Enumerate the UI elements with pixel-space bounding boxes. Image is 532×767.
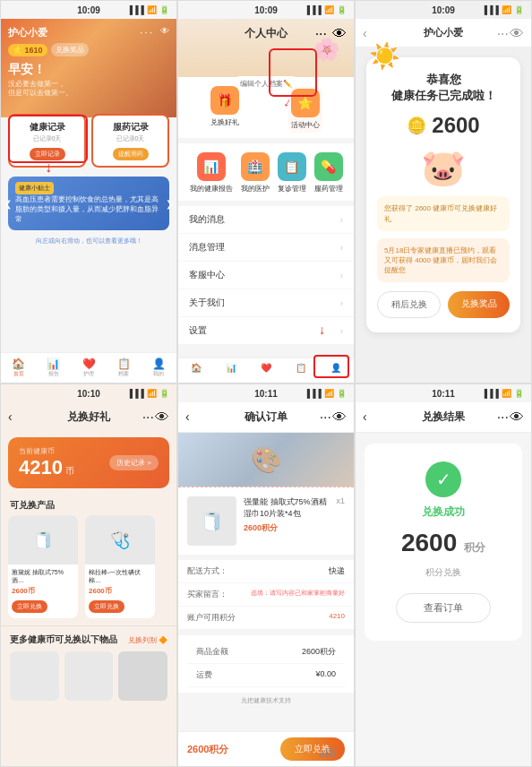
health-record-sub: 已记录0天 [15, 134, 79, 143]
product-img-1: 🧻 [8, 515, 78, 564]
account-row: 账户可用积分 4210 [178, 607, 354, 630]
menu-revisit[interactable]: 📋 复诊管理 [278, 152, 306, 194]
balance-label: 当前健康币 [19, 446, 74, 456]
check-circle: ✓ [425, 461, 461, 497]
nav-me-p2[interactable]: 👤 [319, 358, 354, 383]
list-message-manage[interactable]: 消息管理 › [178, 234, 354, 262]
customer-service-label: 客服中心 [189, 269, 225, 281]
back-btn-p4[interactable]: ‹ [8, 409, 13, 424]
status-icons-p3: ▐▐▐ 📶 🔋 [482, 5, 524, 14]
view-order-btn[interactable]: 查看订单 [396, 593, 491, 623]
back-btn-p5[interactable]: ‹ [185, 409, 190, 424]
nav-profile-p2[interactable]: 📋 [284, 358, 319, 383]
tip-next-arrow[interactable]: ❯ [166, 198, 173, 208]
order-product-info: 强量能 抽取式75%酒精湿巾10片装*4包 2600积分 [244, 496, 329, 546]
time-p5: 10:11 [254, 389, 278, 399]
battery-icon: 🔋 [159, 5, 169, 14]
buyer-notice-row[interactable]: 买家留言： 选填：请写内容已和家掌柜商量好 [178, 583, 354, 607]
eye-p5[interactable]: 👁 [332, 409, 347, 426]
nav-home-p2[interactable]: 🏠 [178, 358, 213, 383]
congrats-text: 恭喜您 健康任务已完成啦！ [377, 72, 510, 104]
activity-center-label: 活动中心 [291, 120, 320, 130]
list-about[interactable]: 关于我们 › [178, 289, 354, 317]
shipping-value: ¥0.00 [315, 669, 336, 681]
medicine-record-btn[interactable]: 提醒用药 [113, 148, 149, 160]
buyer-notice-label: 买家留言： [187, 589, 227, 600]
tip-link: 向左或向右滑动，也可以查看更多哦！ [1, 234, 176, 248]
nav-me[interactable]: 👤 我的 [142, 353, 176, 383]
tip-prev-arrow[interactable]: ❮ [4, 198, 12, 208]
header-dots[interactable]: ··· [140, 26, 154, 39]
success-card: ✓ 兑换成功 2600 积分 积分兑换 查看订单 [365, 444, 522, 641]
balance-left: 当前健康币 4210 币 [19, 446, 74, 479]
dots-p6[interactable]: ··· [497, 409, 509, 426]
eye-p3[interactable]: 👁 [510, 26, 524, 42]
dots-p5[interactable]: ··· [320, 409, 331, 426]
reward-completion-card: 恭喜您 健康任务已完成啦！ 🪙 2600 🐷 您获得了 2600 健康币可兑换健… [366, 57, 520, 332]
nav-report[interactable]: 📊 报告 [36, 353, 71, 383]
my-doctor-label: 我的医护 [241, 184, 270, 194]
nav-care[interactable]: ❤️ 护理 [71, 353, 106, 383]
signal-icon-p5: ▐▐▐ [305, 389, 322, 398]
bottom-nav-p2: 🏠 📊 ❤️ 📋 👤 [178, 358, 354, 383]
sun-decoration: ☀️ [369, 41, 400, 71]
menu-exchange-gifts[interactable]: 🎁 兑换好礼 [210, 86, 239, 133]
about-arrow: › [340, 298, 343, 308]
wifi-icon-p5: 📶 [324, 389, 334, 398]
settings-arrow: › [340, 326, 343, 336]
menu-my-doctor[interactable]: 🏥 我的医护 [241, 152, 270, 194]
more-title: 更多健康币可兑换以下物品 [10, 633, 117, 646]
menu-health-report[interactable]: 📊 我的健康报告 [190, 152, 233, 194]
menu-grid-bottom: 📊 我的健康报告 🏥 我的医护 📋 复诊管理 💊 服药管理 [178, 143, 354, 201]
exchange-btn-header[interactable]: 兑换奖品 [51, 43, 89, 56]
nav-profile[interactable]: 📋 档案 [107, 353, 142, 383]
coins-display: 🪙 2600 [377, 113, 510, 138]
nav-care-p2[interactable]: ❤️ [248, 358, 283, 383]
order-header: ‹ 确认订单 ··· 👁 [178, 402, 354, 433]
exchange-header: ‹ 兑换好礼 ··· 👁 [1, 402, 176, 432]
nav-report-p2[interactable]: 📊 [213, 358, 248, 383]
medicine-record-card: 服药记录 已记录0天 提醒用药 [91, 114, 169, 168]
coin-icon-p3: 🪙 [407, 116, 426, 135]
status-bar-p5: 10:11 ▐▐▐ 📶 🔋 [178, 384, 354, 402]
flower-decoration: 🌸 [313, 37, 340, 62]
eye-p6[interactable]: 👁 [510, 409, 524, 426]
exchange-now-btn[interactable]: 兑换奖品 [448, 291, 510, 318]
more-link[interactable]: 兑换列别 🔶 [128, 635, 167, 645]
nav-home[interactable]: 🏠 首页 [1, 353, 36, 383]
product-info-1: 雅黛妮 抽取式75%酒… 2600币 立即兑换 [8, 564, 78, 618]
home-header: 护心小爱 ⭐ 1610 兑换奖品 早安！ 没必要去做第一， 但是可以去做第一。 … [1, 19, 176, 117]
about-label: 关于我们 [189, 297, 225, 309]
list-messages[interactable]: 我的消息 › [178, 206, 354, 234]
home-icon: 🏠 [1, 358, 36, 370]
menu-activity-center[interactable]: ⭐ 活动中心 [288, 86, 322, 133]
back-btn-p3[interactable]: ‹ [363, 26, 367, 40]
eye-p4[interactable]: 👁 [155, 409, 169, 426]
back-btn-p6[interactable]: ‹ [363, 409, 367, 424]
delivery-value: 快递 [329, 565, 345, 577]
menu-medicine[interactable]: 💊 服药管理 [314, 152, 343, 194]
dots-p4[interactable]: ··· [142, 409, 154, 426]
settings-list: 我的消息 › 消息管理 › 客服中心 › 关于我们 › 设置 › [178, 206, 354, 345]
coin-badge: ⭐ 1610 [8, 44, 47, 56]
my-doctor-icon: 🏥 [241, 152, 270, 181]
health-record-btn[interactable]: 立即记录 [30, 148, 65, 160]
exchange-product-btn-1[interactable]: 立即兑换 [12, 600, 47, 613]
amount-unit: 积分 [464, 541, 485, 554]
subtext: 没必要去做第一， 但是可以去做第一。 [8, 80, 169, 99]
submit-order-btn[interactable]: 立即兑换 [280, 737, 345, 761]
product-info-2: 棉拉棒-一次性碘伏棉… 2600币 立即兑换 [85, 564, 155, 618]
dots-p3[interactable]: ··· [497, 26, 509, 42]
exchange-product-btn-2[interactable]: 立即兑换 [89, 600, 124, 613]
order-total-section: 商品金额 2600积分 运费 ¥0.00 [178, 635, 354, 693]
later-exchange-btn[interactable]: 稍后兑换 [377, 291, 441, 318]
products-section-title: 可兑换产品 [1, 494, 176, 515]
signal-icon-p4: ▐▐▐ [127, 389, 144, 398]
history-btn[interactable]: 历史记录 > [109, 455, 159, 470]
list-settings[interactable]: 设置 › [178, 317, 354, 345]
info-text-1: 您获得了 2600 健康币可兑换健康好礼 [384, 204, 497, 222]
list-customer-service[interactable]: 客服中心 › [178, 262, 354, 289]
revisit-icon: 📋 [278, 152, 306, 181]
eye-icon[interactable]: 👁 [160, 26, 169, 36]
settings-label: 设置 [189, 324, 207, 337]
